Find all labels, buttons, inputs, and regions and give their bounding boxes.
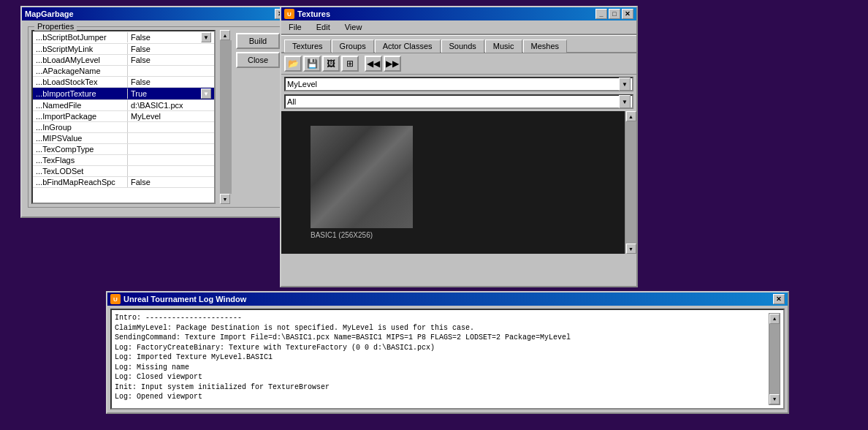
prop-value-0: False▼ (128, 31, 214, 43)
prop-row-3[interactable]: ...APackageName (33, 66, 214, 77)
prop-row-9[interactable]: ...MIPSValue (33, 133, 214, 144)
prop-row-0[interactable]: ...bScriptBotJumperFalse▼ (33, 31, 214, 44)
tool-open-btn[interactable]: 📂 (284, 56, 302, 72)
textures-minimize-btn[interactable]: _ (595, 9, 607, 19)
viewport-scroll-up[interactable]: ▲ (626, 111, 636, 121)
log-title-label: Unreal Tournament Log Window (123, 295, 246, 303)
map-garbage-window: MapGarbage ✕ Properties ...bScriptBotJum… (20, 6, 291, 218)
menu-edit[interactable]: Edit (312, 22, 335, 32)
package-dropdown-row: MyLevel ▼ (281, 75, 636, 94)
group-select[interactable]: All ▼ (284, 94, 633, 109)
prop-row-1[interactable]: ...bScriptMyLinkFalse (33, 44, 214, 55)
prop-name-6: ...NamedFile (33, 100, 128, 110)
tool-img-btn[interactable]: 🖼 (322, 56, 340, 72)
prop-name-11: ...TexFlags (33, 155, 128, 165)
textures-title-buttons: _ □ ✕ (595, 9, 633, 19)
log-text-area: Intro: ---------------------- ClaimMyLev… (115, 313, 766, 405)
prop-name-1: ...bScriptMyLink (33, 44, 128, 54)
prop-row-8[interactable]: ...InGroup (33, 122, 214, 133)
tool-prev-btn[interactable]: ◀◀ (365, 56, 382, 72)
viewport-scroll-track[interactable] (625, 121, 636, 244)
prop-value-11 (128, 159, 214, 161)
textures-titlebar: U Textures _ □ ✕ (281, 7, 636, 20)
map-garbage-titlebar: MapGarbage ✕ (22, 7, 289, 20)
prop-value-6: d:\BASIC1.pcx (128, 100, 214, 110)
texture-label: BASIC1 (256X256) (311, 231, 373, 239)
map-garbage-title-text: MapGarbage (25, 10, 74, 18)
build-button[interactable]: Build (236, 33, 280, 49)
viewport-scroll-down[interactable]: ▼ (626, 244, 636, 254)
prop-name-9: ...MIPSValue (33, 133, 128, 143)
package-select[interactable]: MyLevel ▼ (284, 77, 633, 91)
tab-music[interactable]: Music (485, 39, 522, 53)
map-garbage-content: Properties ...bScriptBotJumperFalse▼...b… (22, 20, 289, 216)
menu-file[interactable]: File (284, 22, 306, 32)
prop-row-5[interactable]: ...bImportTextureTrue▼ (33, 88, 214, 100)
prop-row-12[interactable]: ...TexLODSet (33, 166, 214, 177)
viewport-area: BASIC1 (256X256) ▲ ▼ (281, 111, 636, 254)
tool-save-btn[interactable]: 💾 (303, 56, 321, 72)
tab-groups[interactable]: Groups (332, 39, 374, 53)
prop-row-4[interactable]: ...bLoadStockTexFalse (33, 77, 214, 88)
properties-table[interactable]: ...bScriptBotJumperFalse▼...bScriptMyLin… (31, 30, 216, 204)
menu-view[interactable]: View (340, 22, 367, 32)
tab-bar: TexturesGroupsActor ClassesSoundsMusicMe… (281, 36, 636, 52)
prop-row-2[interactable]: ...bLoadAMyLevelFalse (33, 55, 214, 66)
scroll-up-btn[interactable]: ▲ (220, 30, 230, 40)
package-dropdown-arrow[interactable]: ▼ (619, 78, 631, 91)
prop-name-7: ...ImportPackage (33, 111, 128, 121)
prop-value-13: False (128, 177, 214, 187)
tab-actor-classes[interactable]: Actor Classes (375, 39, 441, 53)
log-scroll-down[interactable]: ▼ (769, 394, 780, 404)
scroll-down-btn[interactable]: ▼ (220, 194, 230, 204)
prop-name-2: ...bLoadAMyLevel (33, 55, 128, 65)
prop-value-10 (128, 148, 214, 150)
prop-value-12 (128, 170, 214, 172)
prop-dropdown-5[interactable]: ▼ (201, 88, 211, 99)
prop-name-4: ...bLoadStockTex (33, 77, 128, 87)
prop-name-3: ...APackageName (33, 66, 128, 76)
log-scrollbar: ▲ ▼ (769, 313, 780, 405)
prop-value-3 (128, 70, 214, 72)
prop-row-13[interactable]: ...bFindMapReachSpcFalse (33, 177, 214, 188)
prop-dropdown-0[interactable]: ▼ (201, 32, 211, 42)
prop-value-1: False (128, 44, 214, 54)
group-dropdown-row: All ▼ (281, 94, 636, 111)
log-scroll-track[interactable] (769, 324, 780, 394)
prop-value-8 (128, 127, 214, 128)
textures-maximize-btn[interactable]: □ (609, 9, 620, 19)
action-buttons: Build Close (236, 30, 280, 204)
prop-value-2: False (128, 55, 214, 65)
prop-row-11[interactable]: ...TexFlags (33, 155, 214, 166)
textures-icon: U (284, 9, 294, 19)
prop-row-7[interactable]: ...ImportPackageMyLevel (33, 111, 214, 122)
log-scroll-up[interactable]: ▲ (769, 314, 780, 324)
tab-sounds[interactable]: Sounds (441, 39, 484, 53)
log-close-btn[interactable]: ✕ (773, 294, 785, 304)
prop-row-6[interactable]: ...NamedFiled:\BASIC1.pcx (33, 100, 214, 111)
textures-menu-bar: File Edit View (281, 20, 636, 34)
tab-textures[interactable]: Textures (284, 39, 331, 53)
prop-value-4: False (128, 77, 214, 87)
log-content: Intro: ---------------------- ClaimMyLev… (110, 309, 785, 410)
properties-label: Properties (34, 22, 77, 31)
close-button[interactable]: Close (236, 52, 280, 68)
log-titlebar: U Unreal Tournament Log Window ✕ (107, 293, 788, 306)
textures-close-btn[interactable]: ✕ (622, 9, 633, 19)
log-icon: U (110, 294, 121, 304)
log-title-text: U Unreal Tournament Log Window (110, 294, 246, 304)
group-dropdown-arrow[interactable]: ▼ (619, 95, 631, 108)
viewport-scrollbar: ▲ ▼ (625, 111, 636, 254)
texture-preview (311, 126, 413, 228)
properties-area: ...bScriptBotJumperFalse▼...bScriptMyLin… (31, 30, 280, 204)
prop-row-10[interactable]: ...TexCompType (33, 144, 214, 155)
tool-next-btn[interactable]: ▶▶ (384, 56, 401, 72)
prop-name-12: ...TexLODSet (33, 166, 128, 176)
prop-value-5: True▼ (128, 88, 214, 99)
prop-name-13: ...bFindMapReachSpc (33, 177, 128, 187)
prop-name-10: ...TexCompType (33, 144, 128, 154)
scroll-track[interactable] (220, 40, 232, 194)
texture-viewport[interactable]: BASIC1 (256X256) (281, 111, 625, 254)
tab-meshes[interactable]: Meshes (523, 39, 568, 53)
tool-prop-btn[interactable]: ⊞ (341, 56, 359, 72)
